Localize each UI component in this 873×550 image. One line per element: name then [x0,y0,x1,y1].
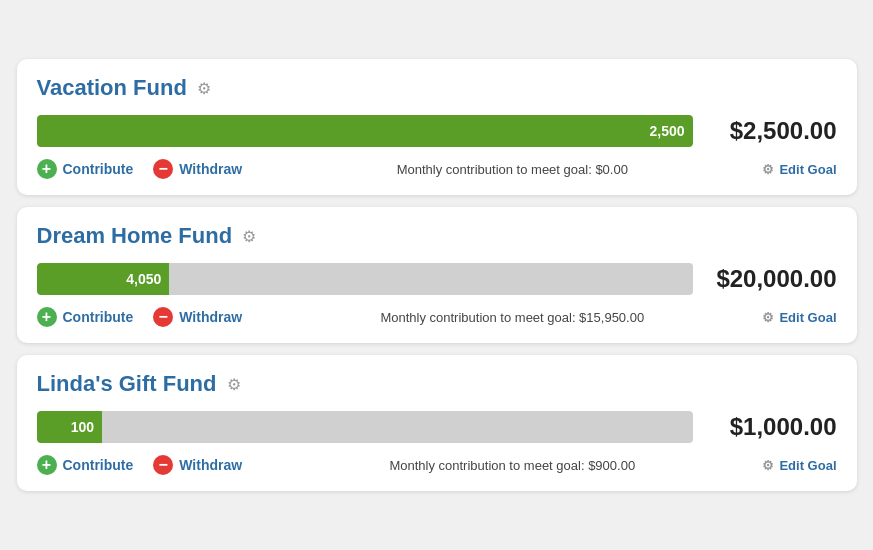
fund-amount-lindas-gift-fund: $1,000.00 [707,413,837,441]
withdraw-icon-vacation-fund: − [153,159,173,179]
settings-icon-lindas-gift-fund[interactable]: ⚙ [227,375,241,394]
fund-header-vacation-fund: Vacation Fund ⚙ [37,75,837,101]
progress-bar-container-dream-home-fund: 4,050 [37,263,693,295]
contribute-button-vacation-fund[interactable]: + Contribute [37,159,134,179]
monthly-contribution-text-dream-home-fund: Monthly contribution to meet goal: $15,9… [262,310,762,325]
contribute-icon-dream-home-fund: + [37,307,57,327]
fund-card-dream-home-fund: Dream Home Fund ⚙ 4,050 $20,000.00 + Con… [17,207,857,343]
contribute-label-vacation-fund: Contribute [63,161,134,177]
contribute-label-dream-home-fund: Contribute [63,309,134,325]
funds-list: Vacation Fund ⚙ 2,500 $2,500.00 + Contri… [17,59,857,491]
withdraw-button-lindas-gift-fund[interactable]: − Withdraw [153,455,242,475]
edit-gear-icon-dream-home-fund: ⚙ [762,310,774,325]
edit-goal-label-lindas-gift-fund: Edit Goal [779,458,836,473]
progress-label-dream-home-fund: 4,050 [126,271,161,287]
edit-goal-button-lindas-gift-fund[interactable]: ⚙ Edit Goal [762,458,836,473]
progress-bar-fill-dream-home-fund: 4,050 [37,263,170,295]
edit-gear-icon-vacation-fund: ⚙ [762,162,774,177]
actions-row-lindas-gift-fund: + Contribute − Withdraw Monthly contribu… [37,455,837,475]
fund-amount-vacation-fund: $2,500.00 [707,117,837,145]
settings-icon-dream-home-fund[interactable]: ⚙ [242,227,256,246]
withdraw-icon-dream-home-fund: − [153,307,173,327]
progress-row-lindas-gift-fund: 100 $1,000.00 [37,411,837,443]
withdraw-icon-lindas-gift-fund: − [153,455,173,475]
fund-title-dream-home-fund: Dream Home Fund [37,223,233,249]
fund-card-lindas-gift-fund: Linda's Gift Fund ⚙ 100 $1,000.00 + Cont… [17,355,857,491]
withdraw-button-vacation-fund[interactable]: − Withdraw [153,159,242,179]
contribute-label-lindas-gift-fund: Contribute [63,457,134,473]
edit-goal-button-dream-home-fund[interactable]: ⚙ Edit Goal [762,310,836,325]
progress-bar-container-lindas-gift-fund: 100 [37,411,693,443]
progress-row-vacation-fund: 2,500 $2,500.00 [37,115,837,147]
settings-icon-vacation-fund[interactable]: ⚙ [197,79,211,98]
progress-label-lindas-gift-fund: 100 [71,419,94,435]
withdraw-button-dream-home-fund[interactable]: − Withdraw [153,307,242,327]
edit-gear-icon-lindas-gift-fund: ⚙ [762,458,774,473]
edit-goal-button-vacation-fund[interactable]: ⚙ Edit Goal [762,162,836,177]
fund-amount-dream-home-fund: $20,000.00 [707,265,837,293]
monthly-contribution-text-vacation-fund: Monthly contribution to meet goal: $0.00 [262,162,762,177]
fund-card-vacation-fund: Vacation Fund ⚙ 2,500 $2,500.00 + Contri… [17,59,857,195]
monthly-contribution-text-lindas-gift-fund: Monthly contribution to meet goal: $900.… [262,458,762,473]
contribute-icon-vacation-fund: + [37,159,57,179]
contribute-button-lindas-gift-fund[interactable]: + Contribute [37,455,134,475]
fund-header-lindas-gift-fund: Linda's Gift Fund ⚙ [37,371,837,397]
actions-row-vacation-fund: + Contribute − Withdraw Monthly contribu… [37,159,837,179]
withdraw-label-dream-home-fund: Withdraw [179,309,242,325]
progress-row-dream-home-fund: 4,050 $20,000.00 [37,263,837,295]
progress-bar-fill-lindas-gift-fund: 100 [37,411,103,443]
withdraw-label-lindas-gift-fund: Withdraw [179,457,242,473]
contribute-icon-lindas-gift-fund: + [37,455,57,475]
fund-title-lindas-gift-fund: Linda's Gift Fund [37,371,217,397]
withdraw-label-vacation-fund: Withdraw [179,161,242,177]
progress-bar-container-vacation-fund: 2,500 [37,115,693,147]
edit-goal-label-dream-home-fund: Edit Goal [779,310,836,325]
progress-bar-fill-vacation-fund: 2,500 [37,115,693,147]
fund-title-vacation-fund: Vacation Fund [37,75,187,101]
contribute-button-dream-home-fund[interactable]: + Contribute [37,307,134,327]
actions-row-dream-home-fund: + Contribute − Withdraw Monthly contribu… [37,307,837,327]
edit-goal-label-vacation-fund: Edit Goal [779,162,836,177]
fund-header-dream-home-fund: Dream Home Fund ⚙ [37,223,837,249]
progress-label-vacation-fund: 2,500 [649,123,684,139]
